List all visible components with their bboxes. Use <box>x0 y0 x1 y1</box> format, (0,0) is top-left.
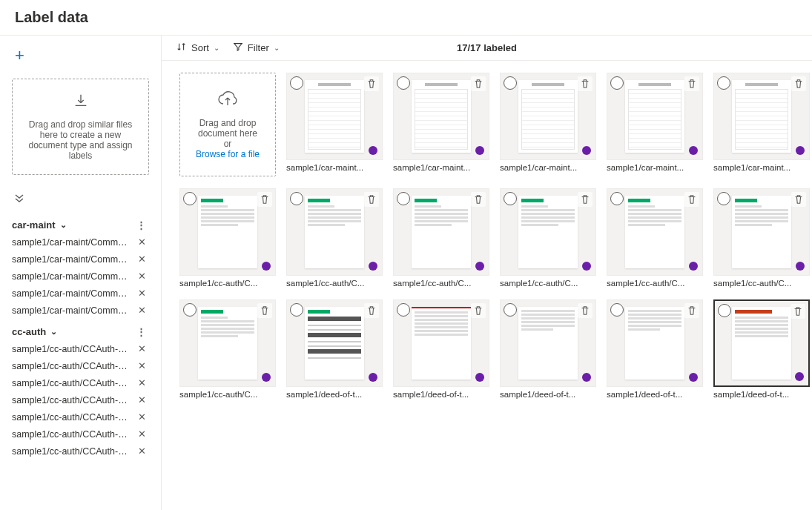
thumbnail[interactable] <box>607 299 703 387</box>
delete-icon[interactable] <box>471 192 486 207</box>
delete-icon[interactable] <box>578 303 593 318</box>
select-circle-icon[interactable] <box>610 76 624 90</box>
file-row[interactable]: sample1/cc-auth/CCAuth-4....✕ <box>0 391 161 408</box>
remove-icon[interactable]: ✕ <box>135 288 149 299</box>
remove-icon[interactable]: ✕ <box>135 446 149 457</box>
document-card[interactable]: sample1/deed-of-t... <box>713 299 810 399</box>
delete-icon[interactable] <box>364 76 379 91</box>
select-circle-icon[interactable] <box>397 192 410 205</box>
select-circle-icon[interactable] <box>504 192 517 205</box>
thumbnail[interactable] <box>713 188 810 276</box>
select-circle-icon[interactable] <box>504 303 517 317</box>
thumbnail[interactable] <box>393 299 489 387</box>
select-circle-icon[interactable] <box>290 76 303 90</box>
thumbnail[interactable] <box>713 73 810 160</box>
thumbnail[interactable] <box>286 188 383 276</box>
delete-icon[interactable] <box>257 303 272 318</box>
delete-icon[interactable] <box>471 76 486 91</box>
document-card[interactable]: sample1/cc-auth/C... <box>393 188 489 288</box>
file-row[interactable]: sample1/car-maint/Comme...✕ <box>0 285 161 302</box>
remove-icon[interactable]: ✕ <box>135 254 149 265</box>
delete-icon[interactable] <box>791 76 806 91</box>
select-circle-icon[interactable] <box>183 303 197 317</box>
delete-icon[interactable] <box>257 192 272 207</box>
group-header-car-maint[interactable]: car-maint⌄⋮ <box>0 212 161 234</box>
document-card[interactable]: sample1/car-maint... <box>713 73 810 176</box>
document-card[interactable]: sample1/deed-of-t... <box>286 299 383 399</box>
document-card[interactable]: sample1/car-maint... <box>607 73 703 176</box>
remove-icon[interactable]: ✕ <box>135 428 149 440</box>
select-circle-icon[interactable] <box>290 192 303 205</box>
thumbnail[interactable] <box>393 188 489 276</box>
select-circle-icon[interactable] <box>718 304 731 317</box>
more-icon[interactable]: ⋮ <box>133 219 149 231</box>
remove-icon[interactable]: ✕ <box>135 411 149 423</box>
main-dropzone[interactable]: Drag and drop document here or Browse fo… <box>179 73 276 176</box>
document-card[interactable]: sample1/cc-auth/C... <box>713 188 810 288</box>
file-row[interactable]: sample1/car-maint/Comme...✕ <box>0 302 161 319</box>
file-row[interactable]: sample1/car-maint/Comme...✕ <box>0 251 161 268</box>
select-circle-icon[interactable] <box>290 303 303 317</box>
document-card[interactable]: sample1/car-maint... <box>500 73 596 176</box>
select-circle-icon[interactable] <box>397 303 410 317</box>
file-row[interactable]: sample1/cc-auth/CCAuth-5....✕ <box>0 408 161 425</box>
select-circle-icon[interactable] <box>183 192 197 205</box>
group-header-cc-auth[interactable]: cc-auth⌄⋮ <box>0 319 161 340</box>
delete-icon[interactable] <box>364 303 379 318</box>
select-circle-icon[interactable] <box>610 192 624 205</box>
delete-icon[interactable] <box>790 304 805 319</box>
select-circle-icon[interactable] <box>610 303 624 317</box>
remove-icon[interactable]: ✕ <box>135 394 149 405</box>
sidebar-dropzone[interactable]: Drag and drop similar files here to crea… <box>12 79 149 175</box>
thumbnail[interactable] <box>500 73 596 160</box>
delete-icon[interactable] <box>364 192 379 207</box>
thumbnail[interactable] <box>500 299 596 387</box>
document-card[interactable]: sample1/cc-auth/C... <box>500 188 596 288</box>
delete-icon[interactable] <box>684 192 699 207</box>
select-circle-icon[interactable] <box>504 76 517 90</box>
document-card[interactable]: sample1/deed-of-t... <box>607 299 703 399</box>
thumbnail[interactable] <box>713 299 810 387</box>
document-card[interactable]: sample1/cc-auth/C... <box>179 299 276 399</box>
document-card[interactable]: sample1/deed-of-t... <box>393 299 489 399</box>
remove-icon[interactable]: ✕ <box>135 236 149 248</box>
file-row[interactable]: sample1/car-maint/Comme...✕ <box>0 234 161 251</box>
document-card[interactable]: sample1/car-maint... <box>393 73 489 176</box>
select-circle-icon[interactable] <box>717 192 730 205</box>
document-card[interactable]: sample1/cc-auth/C... <box>607 188 703 288</box>
delete-icon[interactable] <box>791 192 806 207</box>
document-card[interactable]: sample1/car-maint... <box>286 73 383 176</box>
file-row[interactable]: sample1/cc-auth/CCAuth-2....✕ <box>0 357 161 374</box>
remove-icon[interactable]: ✕ <box>135 305 149 316</box>
sort-button[interactable]: Sort ⌄ <box>176 42 219 54</box>
document-card[interactable]: sample1/cc-auth/C... <box>286 188 383 288</box>
more-icon[interactable]: ⋮ <box>133 326 149 337</box>
browse-link[interactable]: Browse for a file <box>196 149 260 159</box>
expand-all-icon[interactable] <box>0 185 161 212</box>
delete-icon[interactable] <box>684 303 699 318</box>
delete-icon[interactable] <box>578 76 593 91</box>
add-button[interactable]: + <box>0 43 161 68</box>
remove-icon[interactable]: ✕ <box>135 377 149 388</box>
remove-icon[interactable]: ✕ <box>135 343 149 354</box>
remove-icon[interactable]: ✕ <box>135 271 149 282</box>
select-circle-icon[interactable] <box>397 76 410 90</box>
delete-icon[interactable] <box>684 76 699 91</box>
file-row[interactable]: sample1/car-maint/Comme...✕ <box>0 268 161 285</box>
filter-button[interactable]: Filter ⌄ <box>233 42 280 54</box>
thumbnail[interactable] <box>607 73 703 160</box>
delete-icon[interactable] <box>578 192 593 207</box>
thumbnail[interactable] <box>607 188 703 276</box>
document-card[interactable]: sample1/cc-auth/C... <box>179 188 276 288</box>
thumbnail[interactable] <box>393 73 489 160</box>
thumbnail[interactable] <box>500 188 596 276</box>
file-row[interactable]: sample1/cc-auth/CCAuth-3....✕ <box>0 374 161 391</box>
file-row[interactable]: sample1/cc-auth/CCAuth-7....✕ <box>0 443 161 460</box>
remove-icon[interactable]: ✕ <box>135 360 149 371</box>
delete-icon[interactable] <box>471 303 486 318</box>
document-card[interactable]: sample1/deed-of-t... <box>500 299 596 399</box>
file-row[interactable]: sample1/cc-auth/CCAuth-1....✕ <box>0 340 161 357</box>
thumbnail[interactable] <box>286 73 383 160</box>
thumbnail[interactable] <box>179 299 276 387</box>
file-row[interactable]: sample1/cc-auth/CCAuth-6....✕ <box>0 425 161 443</box>
